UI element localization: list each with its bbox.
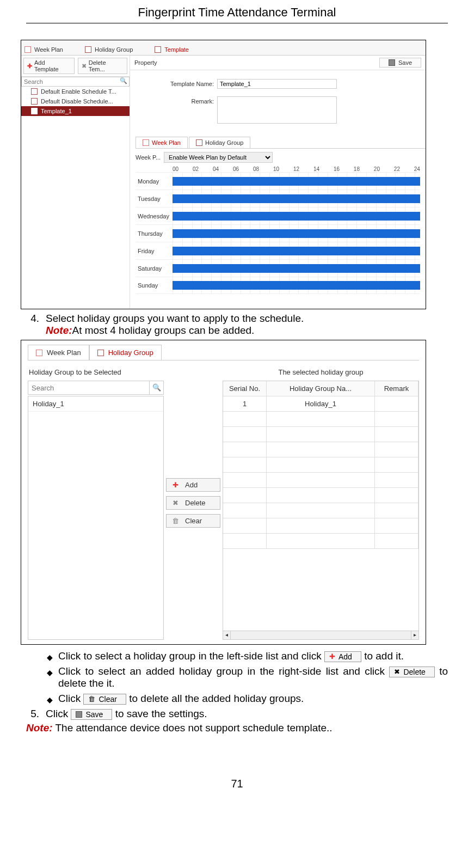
- bullet-text: to add it.: [364, 650, 404, 662]
- tree-item[interactable]: Default Enable Schedule T...: [21, 87, 130, 96]
- tree-item-selected[interactable]: Template_1: [21, 106, 130, 116]
- time-bar[interactable]: [173, 212, 420, 221]
- table-row-empty: [223, 457, 418, 473]
- cell-remark: [375, 396, 418, 412]
- week-plan-selector-row: Week P... Enable Week Plan by Default: [130, 149, 426, 166]
- day-timeline[interactable]: [173, 242, 420, 259]
- left-toolbar: ✚Add Template ✖Delete Tem...: [21, 56, 130, 77]
- selected-table: Serial No. Holiday Group Na... Remark 1H…: [223, 381, 419, 640]
- hour-tick: 08: [253, 166, 273, 172]
- cell: [267, 473, 375, 488]
- horizontal-scrollbar[interactable]: ◂ ▸: [223, 631, 418, 639]
- table-row-empty: [223, 518, 418, 534]
- time-bar[interactable]: [173, 177, 420, 186]
- hour-tick: 12: [293, 166, 313, 172]
- x-icon: ✖: [82, 63, 87, 70]
- day-timeline[interactable]: [173, 190, 420, 207]
- day-label: Thursday: [136, 230, 173, 237]
- time-bar[interactable]: [173, 194, 420, 203]
- diamond-icon: ◆: [47, 653, 53, 662]
- selected-groups-column: The selected holiday group Serial No. Ho…: [223, 366, 419, 640]
- save-button-inline: Save: [71, 709, 112, 720]
- delete-template-button[interactable]: ✖Delete Tem...: [78, 58, 127, 74]
- cell: [267, 442, 375, 457]
- day-row: Wednesday: [136, 207, 420, 224]
- clear-button[interactable]: 🗑Clear: [166, 514, 220, 528]
- diamond-icon: ◆: [47, 695, 53, 704]
- weekplan-select[interactable]: Enable Week Plan by Default: [164, 152, 273, 163]
- add-button[interactable]: ✚Add: [166, 478, 220, 492]
- note-text: The attendance device does not support s…: [53, 722, 333, 733]
- delete-button[interactable]: ✖Delete: [166, 496, 220, 510]
- day-row: Saturday: [136, 259, 420, 277]
- cell: [223, 427, 267, 442]
- button-label: Add Template: [34, 59, 71, 72]
- subtab-label: Holiday Group: [205, 139, 243, 146]
- button-label: Add: [185, 481, 198, 489]
- day-label: Monday: [136, 178, 173, 185]
- plus-icon: ✚: [171, 481, 180, 489]
- day-row: Tuesday: [136, 190, 420, 207]
- day-timeline[interactable]: [173, 225, 420, 242]
- cell: [267, 457, 375, 473]
- search-icon[interactable]: 🔍: [149, 381, 163, 394]
- day-timeline[interactable]: [173, 173, 420, 190]
- save-button[interactable]: Save: [379, 58, 421, 68]
- tab-holiday-group[interactable]: Holiday Group: [89, 345, 162, 360]
- day-timeline[interactable]: [173, 277, 420, 294]
- bullet-text: Click to select a holiday group in the l…: [58, 650, 322, 662]
- template-icon: [155, 46, 161, 53]
- right-panel: Property Save Template Name: Remark: Wee…: [130, 56, 426, 309]
- hour-tick: 24: [414, 166, 420, 172]
- add-template-button[interactable]: ✚Add Template: [23, 58, 75, 74]
- property-label: Property: [134, 59, 157, 66]
- column-heading: Holiday Group to be Selected: [28, 366, 164, 381]
- search-input[interactable]: [28, 381, 149, 394]
- day-label: Sunday: [136, 282, 173, 289]
- time-bar[interactable]: [173, 247, 420, 255]
- cell: [375, 412, 418, 427]
- day-row: Sunday: [136, 277, 420, 294]
- template-name-label: Template Name:: [163, 79, 217, 87]
- template-name-input[interactable]: [217, 79, 337, 89]
- subtab-label: Week Plan: [152, 139, 181, 146]
- bullet-list: ◆ Click to select a holiday group in the…: [47, 650, 448, 705]
- day-timeline[interactable]: [173, 207, 420, 224]
- list-item[interactable]: Holiday_1: [28, 396, 163, 412]
- tab-week-plan[interactable]: Week Plan: [28, 345, 89, 360]
- remark-input[interactable]: [217, 96, 337, 124]
- tab-holiday-group[interactable]: Holiday Group: [85, 46, 133, 53]
- tree-item[interactable]: Default Disable Schedule...: [21, 96, 130, 106]
- hour-tick: 20: [374, 166, 394, 172]
- step-4: 4. Select holiday groups you want to app…: [26, 313, 448, 337]
- table-row-empty: [223, 534, 418, 549]
- cell: [267, 503, 375, 518]
- scroll-left-icon[interactable]: ◂: [223, 631, 231, 639]
- search-input[interactable]: [22, 77, 118, 86]
- page-number: 71: [26, 778, 448, 790]
- table-row[interactable]: 1Holiday_1: [223, 396, 418, 412]
- time-bar[interactable]: [173, 229, 420, 238]
- available-groups-column: Holiday Group to be Selected 🔍 Holiday_1: [28, 366, 164, 640]
- col-remark: Remark: [375, 381, 418, 396]
- step-5: 5. Click Save to save the settings.: [26, 708, 448, 720]
- tab-template[interactable]: Template: [155, 46, 189, 53]
- cell: [375, 518, 418, 534]
- scroll-right-icon[interactable]: ▸: [411, 631, 418, 639]
- hour-tick: 04: [213, 166, 233, 172]
- time-bar[interactable]: [173, 281, 420, 290]
- search-icon[interactable]: 🔍: [118, 77, 129, 86]
- tab-week-plan[interactable]: Week Plan: [24, 46, 63, 53]
- button-label: Clear: [99, 695, 116, 704]
- property-bar: Property Save: [130, 56, 426, 70]
- subtab-week-plan[interactable]: Week Plan: [136, 137, 188, 148]
- cell: [267, 427, 375, 442]
- time-bar[interactable]: [173, 264, 420, 273]
- trash-icon: 🗑: [171, 517, 180, 525]
- available-list[interactable]: Holiday_1: [28, 396, 164, 640]
- day-timeline[interactable]: [173, 260, 420, 277]
- table-header: Serial No. Holiday Group Na... Remark: [223, 381, 418, 396]
- subtab-holiday-group[interactable]: Holiday Group: [189, 137, 250, 148]
- bullet-text: to delete all the added holiday groups.: [129, 693, 304, 704]
- delete-button-inline: ✖Delete: [389, 667, 434, 677]
